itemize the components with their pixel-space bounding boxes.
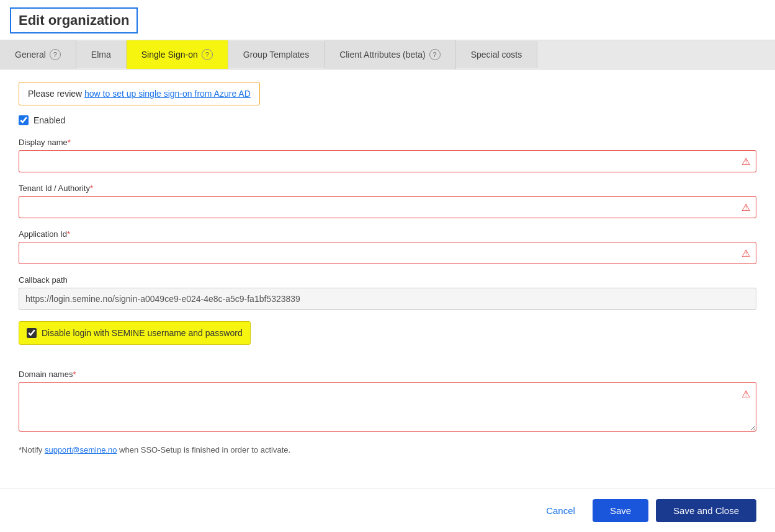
callback-path-wrapper <box>19 288 756 310</box>
application-id-group: Application Id* ⚠ <box>19 229 756 264</box>
tab-group-templates[interactable]: Group Templates <box>228 41 325 68</box>
notify-text: *Notify support@semine.no when SSO-Setup… <box>19 445 756 454</box>
tab-client-attributes[interactable]: Client Attributes (beta) ? <box>325 40 456 69</box>
client-attr-help-icon[interactable]: ? <box>429 49 441 60</box>
tenant-id-group: Tenant Id / Authority* ⚠ <box>19 184 756 218</box>
save-button[interactable]: Save <box>593 499 648 522</box>
sso-help-icon[interactable]: ? <box>202 49 213 60</box>
callback-path-group: Callback path <box>19 275 756 310</box>
disable-login-container: Disable login with SEMINE username and p… <box>19 321 756 357</box>
callback-path-input <box>19 288 756 310</box>
domain-names-textarea[interactable] <box>19 382 756 432</box>
content-area: Please review how to set up single sign-… <box>0 69 775 489</box>
general-help-icon[interactable]: ? <box>50 49 61 60</box>
application-id-input[interactable] <box>19 242 756 264</box>
disable-login-checkbox[interactable] <box>27 328 37 338</box>
tab-sso[interactable]: Single Sign-on ? <box>127 40 228 69</box>
enabled-label: Enabled <box>34 115 65 125</box>
info-banner-text: Please review <box>28 89 84 99</box>
azure-ad-link[interactable]: how to set up single sign-on from Azure … <box>84 89 251 99</box>
tenant-id-label: Tenant Id / Authority* <box>19 184 756 193</box>
tab-general[interactable]: General ? <box>0 40 76 69</box>
domain-names-group: Domain names* ⚠ <box>19 370 756 434</box>
footer-bar: Cancel Save Save and Close <box>0 489 775 532</box>
disable-login-row[interactable]: Disable login with SEMINE username and p… <box>19 321 251 345</box>
page-header: Edit organization <box>0 0 775 40</box>
application-id-label: Application Id* <box>19 229 756 239</box>
info-banner: Please review how to set up single sign-… <box>19 82 260 105</box>
cancel-button[interactable]: Cancel <box>536 499 585 522</box>
tab-elma[interactable]: Elma <box>76 41 127 68</box>
tabs-bar: General ? Elma Single Sign-on ? Group Te… <box>0 40 775 69</box>
display-name-input[interactable] <box>19 150 756 172</box>
page-title: Edit organization <box>10 7 138 33</box>
disable-login-label: Disable login with SEMINE username and p… <box>42 328 243 338</box>
page-wrapper: Edit organization General ? Elma Single … <box>0 0 775 532</box>
display-name-wrapper: ⚠ <box>19 150 756 172</box>
support-email-link[interactable]: support@semine.no <box>45 445 117 454</box>
enabled-row: Enabled <box>19 115 756 125</box>
enabled-checkbox[interactable] <box>19 115 29 125</box>
application-id-wrapper: ⚠ <box>19 242 756 264</box>
tenant-id-wrapper: ⚠ <box>19 196 756 218</box>
tab-special-costs[interactable]: Special costs <box>456 41 537 68</box>
domain-names-label: Domain names* <box>19 370 756 379</box>
display-name-group: Display name* ⚠ <box>19 138 756 172</box>
tenant-id-input[interactable] <box>19 196 756 218</box>
display-name-label: Display name* <box>19 138 756 147</box>
callback-path-label: Callback path <box>19 275 756 285</box>
domain-names-wrapper: ⚠ <box>19 382 756 434</box>
save-and-close-button[interactable]: Save and Close <box>656 499 756 522</box>
